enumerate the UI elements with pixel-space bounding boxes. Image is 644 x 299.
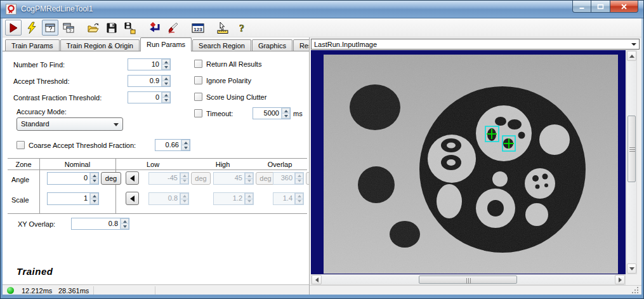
resize-grip-icon[interactable] — [632, 287, 640, 295]
save-as-icon[interactable] — [122, 20, 138, 36]
display-status-strip — [310, 285, 641, 295]
scale-low-stepper: 0.8 — [148, 192, 189, 205]
signature-icon[interactable] — [165, 20, 181, 36]
spin-up-icon[interactable] — [162, 76, 170, 81]
horizontal-scrollbar[interactable] — [311, 274, 626, 285]
spin-up-icon[interactable] — [90, 173, 98, 178]
angle-nominal-stepper[interactable]: 0 — [47, 172, 99, 185]
arrow-left-icon — [130, 175, 135, 182]
angle-expand-button[interactable] — [126, 171, 139, 185]
title-bar[interactable]: CogPMRedLineTool1 — [1, 1, 643, 18]
accuracy-mode-label: Accuracy Mode: — [16, 108, 67, 116]
scale-nominal-stepper[interactable]: 1 — [47, 192, 99, 205]
arrow-left-icon — [130, 196, 135, 202]
tab-graphics[interactable]: Graphics — [252, 39, 292, 51]
accept-threshold-stepper[interactable]: 0.9 — [128, 75, 171, 87]
param-panel: Train Params Train Region & Origin Run P… — [3, 37, 310, 295]
tab-run-params[interactable]: Run Params — [140, 37, 192, 51]
input-image — [324, 55, 618, 274]
record-selector[interactable]: LastRun.InputImage — [311, 39, 640, 50]
numeric-data-icon[interactable]: 123 — [190, 20, 206, 36]
spin-up-icon[interactable] — [162, 59, 170, 64]
coarse-accept-stepper[interactable]: 0.66 — [155, 139, 190, 151]
contrast-fraction-stepper[interactable]: 0 — [128, 91, 171, 103]
vertical-scrollbar[interactable] — [626, 50, 637, 274]
scroll-up-button[interactable] — [627, 51, 636, 61]
status-divider — [93, 286, 94, 295]
angle-deg-button[interactable]: deg — [101, 172, 121, 185]
spin-down-icon[interactable] — [162, 97, 170, 103]
scale-expand-button[interactable] — [126, 192, 139, 205]
angle-row-label: Angle — [11, 176, 29, 183]
app-icon — [6, 4, 16, 15]
show-controls-icon[interactable] — [42, 20, 58, 36]
timeout-unit-label: ms — [293, 110, 303, 117]
horizontal-scroll-thumb[interactable] — [419, 276, 517, 284]
arrow-right-icon — [619, 277, 622, 282]
spin-down-icon[interactable] — [90, 199, 98, 205]
image-viewport[interactable] — [311, 50, 626, 274]
chevron-down-icon — [114, 123, 119, 126]
help-icon[interactable]: ? — [233, 20, 249, 36]
close-button[interactable] — [610, 1, 638, 13]
chevron-down-icon — [631, 43, 636, 46]
measure-icon[interactable] — [214, 20, 231, 36]
angle-low-stepper: -45 — [148, 172, 189, 185]
scroll-down-button[interactable] — [627, 263, 636, 274]
run-params-page: Number To Find: 10 Accept Threshold: 0.9… — [3, 51, 310, 284]
scale-high-stepper: 1.2 — [213, 192, 254, 205]
tab-train-params[interactable]: Train Params — [5, 39, 60, 51]
spin-down-icon[interactable] — [121, 223, 129, 229]
tool-window: CogPMRedLineTool1 — [0, 0, 644, 299]
toolbar: 123 ? — [3, 18, 641, 37]
return-all-results-label: Return All Results — [206, 60, 261, 68]
spin-up-icon[interactable] — [121, 218, 129, 223]
spin-down-icon[interactable] — [162, 81, 170, 86]
grip-icon — [629, 147, 635, 152]
zone-table-header-border — [8, 169, 307, 170]
maximize-button[interactable] — [591, 1, 610, 13]
spin-up-icon[interactable] — [181, 140, 190, 145]
spin-down-icon[interactable] — [90, 178, 98, 185]
electric-run-icon[interactable] — [23, 20, 40, 36]
timeout-checkbox[interactable] — [194, 109, 202, 117]
high-header: High — [190, 161, 255, 168]
grip-icon — [466, 278, 471, 284]
minimize-button[interactable] — [572, 1, 591, 13]
save-file-icon[interactable] — [103, 20, 120, 36]
spin-down-icon[interactable] — [282, 113, 290, 119]
score-using-clutter-label: Score Using Clutter — [206, 93, 266, 101]
zone-header: Zone — [8, 161, 39, 168]
scroll-left-button[interactable] — [312, 275, 322, 284]
tab-train-region-origin[interactable]: Train Region & Origin — [60, 39, 140, 51]
spin-up-icon[interactable] — [90, 193, 98, 199]
number-to-find-stepper[interactable]: 10 — [128, 58, 171, 70]
arrow-left-icon — [315, 277, 319, 282]
vertical-scroll-thumb[interactable] — [628, 116, 636, 182]
spin-up-icon[interactable] — [282, 108, 290, 113]
spin-down-icon[interactable] — [162, 64, 170, 70]
coarse-accept-checkbox[interactable] — [16, 141, 25, 149]
tab-results[interactable]: Results — [293, 39, 310, 51]
tab-search-region[interactable]: Search Region — [192, 39, 251, 51]
timeout-stepper[interactable]: 5000 — [253, 107, 291, 119]
angle-low-deg-button: deg — [191, 172, 211, 185]
spin-up-icon[interactable] — [162, 92, 170, 97]
ignore-polarity-checkbox[interactable] — [194, 76, 202, 84]
float-window-icon[interactable] — [60, 20, 77, 36]
score-using-clutter-checkbox[interactable] — [194, 93, 202, 101]
reset-icon[interactable] — [147, 20, 163, 36]
zone-table-top-border — [8, 158, 307, 159]
open-file-icon[interactable] — [85, 20, 102, 36]
return-all-results-checkbox[interactable] — [194, 60, 202, 68]
nominal-header: Nominal — [39, 161, 115, 168]
zone-table-bottom-border — [8, 213, 307, 214]
xy-overlap-stepper[interactable]: 0.8 — [71, 218, 129, 230]
accuracy-mode-select[interactable]: Standard — [16, 117, 123, 131]
scroll-right-button[interactable] — [615, 275, 625, 284]
number-to-find-label: Number To Find: — [13, 61, 65, 69]
result-time-value: 28.361ms — [58, 287, 89, 295]
low-header: Low — [115, 161, 190, 168]
run-icon[interactable] — [5, 20, 22, 36]
spin-down-icon[interactable] — [181, 145, 190, 150]
